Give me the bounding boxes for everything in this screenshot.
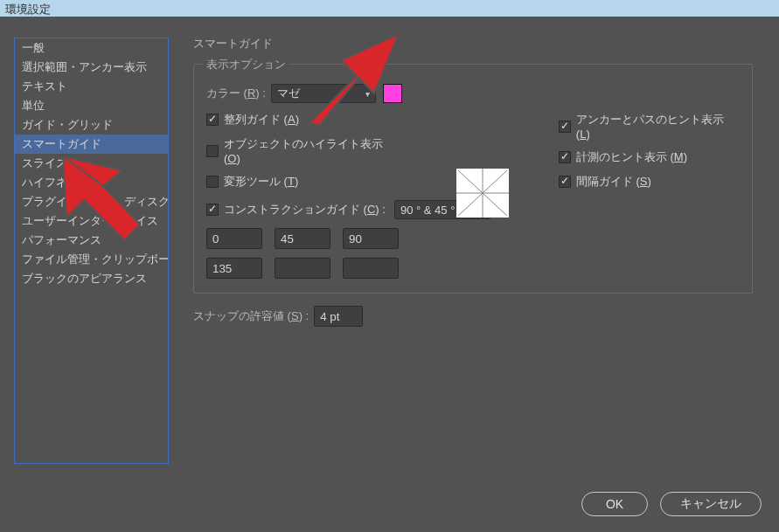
sidebar-item[interactable]: 一般 xyxy=(15,38,168,58)
construction-guides-checkbox[interactable]: コンストラクションガイド (C) : xyxy=(206,202,386,218)
construction-angle-input[interactable] xyxy=(206,228,262,249)
display-options-legend: 表示オプション xyxy=(203,57,289,73)
sidebar-item[interactable]: ガイド・グリッド xyxy=(15,115,168,135)
construction-angle-input[interactable] xyxy=(343,258,399,279)
sidebar-item[interactable]: 単位 xyxy=(15,96,168,115)
window-titlebar: 環境設定 xyxy=(0,0,779,17)
snap-tolerance-input[interactable] xyxy=(314,306,363,327)
sidebar-item[interactable]: ファイル管理・クリップボード xyxy=(15,250,168,269)
transform-tool-checkbox[interactable]: 変形ツール (T) xyxy=(206,174,401,190)
snap-tolerance-label: スナップの許容値 (S) : xyxy=(193,308,309,324)
object-highlight-checkbox[interactable]: オブジェクトのハイライト表示 (O) xyxy=(206,136,401,165)
measure-hint-checkbox[interactable]: 計測のヒント表示 (M) xyxy=(559,149,740,165)
alignment-guides-checkbox[interactable]: 整列ガイド (A) xyxy=(206,112,401,128)
sidebar-item[interactable]: プラグイン ディスク xyxy=(15,192,168,211)
panel-title: スマートガイド xyxy=(193,36,753,52)
sidebar-item[interactable]: パフォーマンス xyxy=(15,231,168,250)
sidebar-item[interactable]: 選択範囲・アンカー表示 xyxy=(15,58,168,77)
construction-angle-input[interactable] xyxy=(275,258,330,279)
sidebar-item[interactable]: スマートガイド xyxy=(15,135,168,154)
ok-button[interactable]: OK xyxy=(581,492,648,516)
sidebar-item[interactable]: ユーザーインター イス xyxy=(15,211,168,231)
sidebar-item[interactable]: ブラックのアピアランス xyxy=(15,269,168,288)
color-label: カラー (R) : xyxy=(206,86,266,101)
window-title: 環境設定 xyxy=(5,3,51,16)
spacing-guides-checkbox[interactable]: 間隔ガイド (S) xyxy=(559,174,740,190)
anchor-path-hint-checkbox[interactable]: アンカーとパスのヒント表示 (L) xyxy=(559,112,740,141)
sidebar-item[interactable]: ハイフネー xyxy=(15,173,168,192)
construction-angle-input[interactable] xyxy=(343,228,399,249)
construction-angle-input[interactable] xyxy=(275,228,330,249)
construction-angle-input[interactable] xyxy=(206,258,262,279)
color-swatch[interactable] xyxy=(383,84,402,103)
preferences-category-list: 一般選択範囲・アンカー表示テキスト単位ガイド・グリッドスマートガイドスライスハイ… xyxy=(14,38,169,464)
sidebar-item[interactable]: スライス xyxy=(15,154,168,173)
angle-preview xyxy=(456,169,509,218)
sidebar-item[interactable]: テキスト xyxy=(15,77,168,96)
display-options-fieldset: 表示オプション カラー (R) : マゼ 整列ガイド (A) xyxy=(193,64,753,294)
cancel-button[interactable]: キャンセル xyxy=(660,492,762,516)
color-select[interactable]: マゼ xyxy=(271,84,376,103)
construction-angle-inputs xyxy=(206,228,404,280)
